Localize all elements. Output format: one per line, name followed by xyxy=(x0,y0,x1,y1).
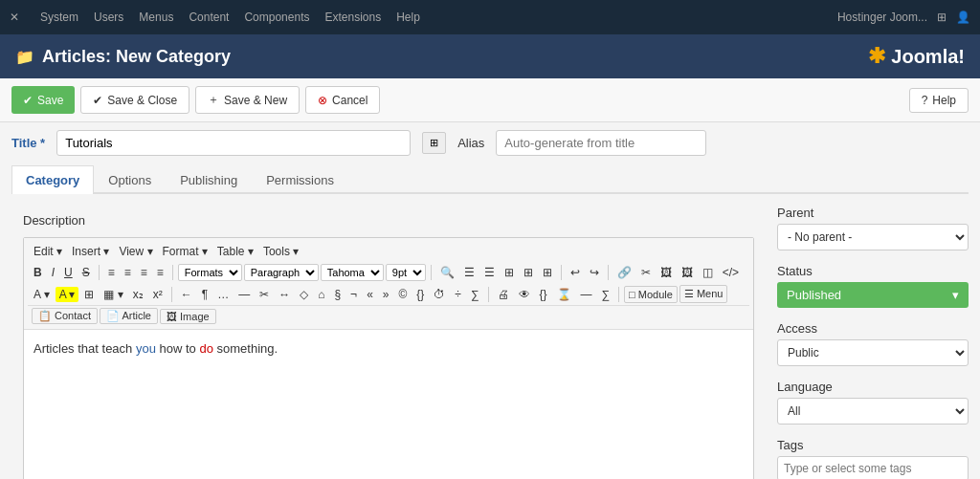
font-color-btn[interactable]: A ▾ xyxy=(30,286,54,303)
search-btn[interactable]: 🔍 xyxy=(436,264,458,281)
nav-menus[interactable]: Menus xyxy=(139,11,173,24)
tab-options[interactable]: Options xyxy=(94,165,166,194)
editor-content[interactable]: Articles that teach you how to do someth… xyxy=(24,330,753,479)
template-btn[interactable]: ◫ xyxy=(699,264,717,281)
user-icon[interactable]: 👤 xyxy=(956,11,970,24)
nav-system[interactable]: System xyxy=(40,11,78,24)
nav-content[interactable]: Content xyxy=(189,11,229,24)
subscript-btn[interactable]: x₂ xyxy=(129,286,147,303)
preview-btn[interactable]: 👁 xyxy=(515,286,534,303)
sigma-btn[interactable]: ∑ xyxy=(467,286,483,303)
resize-btn[interactable]: ⊞ xyxy=(80,286,98,303)
save-close-button[interactable]: ✔ Save & Close xyxy=(80,86,189,114)
alias-input[interactable] xyxy=(496,130,706,156)
language-select[interactable]: All xyxy=(777,398,969,425)
nav-extensions[interactable]: Extensions xyxy=(324,11,381,24)
plus-icon: ＋ xyxy=(208,92,219,108)
save-new-button[interactable]: ＋ Save & New xyxy=(195,86,300,114)
paragraph-select[interactable]: Paragraph xyxy=(244,264,319,281)
joomla-logo: ✱ Joomla! xyxy=(868,44,965,69)
format-menu-btn[interactable]: Format ▾ xyxy=(159,243,212,260)
help-button[interactable]: ? Help xyxy=(909,88,969,113)
strikethrough-btn[interactable]: S xyxy=(78,264,94,281)
insert-menu-btn[interactable]: Insert ▾ xyxy=(68,243,113,260)
tab-permissions[interactable]: Permissions xyxy=(252,165,348,194)
copy-btn[interactable]: ↔ xyxy=(275,286,294,303)
bold-btn[interactable]: B xyxy=(30,264,46,281)
image-btn[interactable]: 🖼 xyxy=(657,264,676,281)
code2-btn[interactable]: {} xyxy=(536,286,551,303)
contact-btn[interactable]: 📋 Contact xyxy=(32,308,98,324)
link-btn[interactable]: 🔗 xyxy=(613,264,635,281)
bg-color-btn[interactable]: A ▾ xyxy=(56,287,79,302)
section-btn[interactable]: § xyxy=(330,286,345,303)
div-btn[interactable]: ÷ xyxy=(451,286,465,303)
align-justify-btn[interactable]: ≡ xyxy=(153,264,167,281)
tags-input[interactable] xyxy=(777,456,969,479)
paste-btn[interactable]: ◇ xyxy=(296,286,312,303)
undo-btn[interactable]: ↩ xyxy=(567,264,584,281)
home-btn[interactable]: ⌂ xyxy=(314,286,328,303)
neg-btn[interactable]: ¬ xyxy=(346,286,361,303)
help-label: Help xyxy=(932,94,956,107)
parent-select[interactable]: - No parent - xyxy=(777,224,969,250)
table-menu-btn[interactable]: Table ▾ xyxy=(213,243,257,260)
separator-8 xyxy=(618,287,619,302)
size-select[interactable]: 9pt xyxy=(386,264,426,281)
lquote-btn[interactable]: « xyxy=(363,286,377,303)
dash-btn[interactable]: — xyxy=(234,286,254,303)
ellipsis-btn[interactable]: … xyxy=(213,286,233,303)
module-btn[interactable]: □ Module xyxy=(624,286,678,303)
media-btn[interactable]: 🖼 xyxy=(678,264,697,281)
copy2-btn[interactable]: © xyxy=(395,286,412,303)
italic-btn[interactable]: I xyxy=(48,264,58,281)
external-link-icon[interactable]: ⊞ xyxy=(937,11,947,24)
redo-btn[interactable]: ↪ xyxy=(586,264,603,281)
list-ol-btn[interactable]: ☰ xyxy=(480,264,499,281)
formats-select[interactable]: Formats xyxy=(178,264,242,281)
align-left-btn[interactable]: ≡ xyxy=(104,264,119,281)
underline-btn[interactable]: U xyxy=(60,264,77,281)
align-right-btn[interactable]: ≡ xyxy=(137,264,151,281)
timer-btn[interactable]: ⏱ xyxy=(430,286,449,303)
editor-label: Description xyxy=(23,213,754,228)
edit-menu-btn[interactable]: Edit ▾ xyxy=(30,243,66,260)
nav-help[interactable]: Help xyxy=(396,11,420,24)
menu-btn[interactable]: ☰ Menu xyxy=(679,285,728,303)
sigma2-btn[interactable]: ∑ xyxy=(598,286,614,303)
hr-btn[interactable]: ― xyxy=(577,286,596,303)
clear-btn[interactable]: ← xyxy=(177,286,196,303)
unlink-btn[interactable]: ✂ xyxy=(637,264,655,281)
view-menu-btn[interactable]: View ▾ xyxy=(115,243,156,260)
rtl-btn[interactable]: ⊞ xyxy=(539,264,556,281)
save-button[interactable]: ✔ Save xyxy=(11,86,75,114)
rquote-btn[interactable]: » xyxy=(379,286,393,303)
nav-components[interactable]: Components xyxy=(244,11,309,24)
close-icon[interactable]: ✕ xyxy=(10,11,19,24)
align-center-btn[interactable]: ≡ xyxy=(121,264,135,281)
font-select[interactable]: Tahoma xyxy=(321,264,384,281)
para-btn[interactable]: ¶ xyxy=(198,286,212,303)
indent-btn[interactable]: ⊞ xyxy=(501,264,518,281)
tools-menu-btn[interactable]: Tools ▾ xyxy=(259,243,302,260)
list-ul-btn[interactable]: ☰ xyxy=(460,264,479,281)
code-btn[interactable]: {} xyxy=(412,286,428,303)
title-action-button[interactable]: ⊞ xyxy=(422,132,446,154)
table-btn[interactable]: ▦ ▾ xyxy=(100,286,126,303)
article-btn[interactable]: 📄 Article xyxy=(100,308,158,324)
tab-publishing[interactable]: Publishing xyxy=(166,165,252,194)
superscript-btn[interactable]: x² xyxy=(149,286,167,303)
tab-category[interactable]: Category xyxy=(11,165,94,194)
image2-btn[interactable]: 🖼 Image xyxy=(160,309,216,324)
cancel-button[interactable]: ⊗ Cancel xyxy=(305,86,380,114)
separator-5 xyxy=(608,265,609,280)
print-btn[interactable]: 🖨 xyxy=(494,286,513,303)
status-select[interactable]: Published ▾ xyxy=(777,282,969,308)
source-btn[interactable]: </> xyxy=(719,264,743,281)
cut-btn[interactable]: ✂ xyxy=(256,286,273,303)
outdent-btn[interactable]: ⊞ xyxy=(520,264,537,281)
access-select[interactable]: Public xyxy=(777,339,969,366)
title-input[interactable] xyxy=(56,130,411,156)
time-btn[interactable]: ⌛ xyxy=(553,286,575,303)
nav-users[interactable]: Users xyxy=(94,11,123,24)
